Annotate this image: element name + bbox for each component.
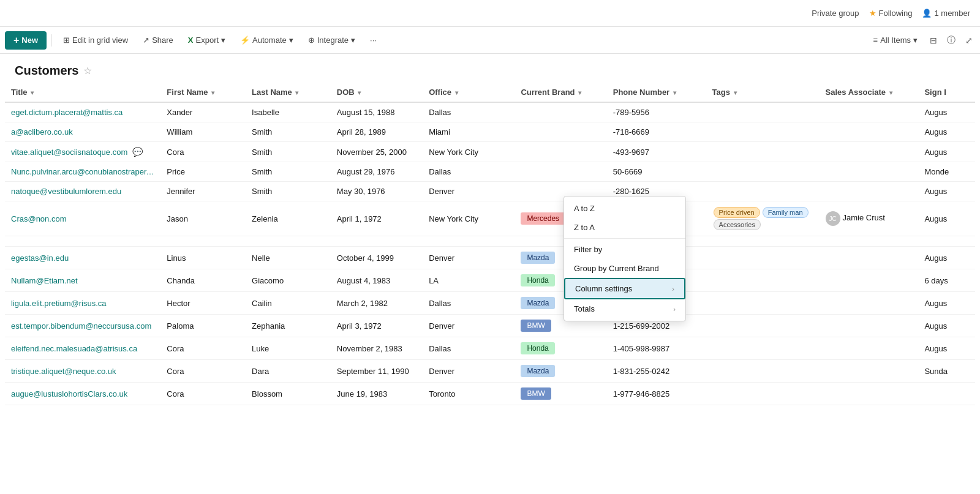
edit-grid-label: Edit in grid view: [72, 36, 128, 45]
customers-table: Title ▾ First Name ▾ Last Name ▾ DOB ▾ O…: [5, 83, 975, 405]
cell-tags: [706, 315, 820, 337]
cell-last-name: Zephania: [246, 315, 331, 337]
cell-title: [5, 236, 160, 247]
cell-brand: [514, 122, 606, 142]
col-header-sales-associate[interactable]: Sales Associate ▾: [820, 83, 919, 102]
dropdown-item-totals[interactable]: Totals ›: [564, 299, 685, 318]
cell-first-name: [160, 236, 246, 247]
cell-phone: -718-6669: [607, 122, 706, 142]
integrate-button[interactable]: ⊕ Integrate ▾: [302, 32, 361, 48]
table-row[interactable]: Nullam@Etiam.netChandaGiacomoAugust 4, 1…: [5, 269, 975, 292]
cell-dob: August 4, 1983: [331, 269, 423, 292]
table-row[interactable]: [5, 236, 975, 247]
cell-sales-associate: [820, 162, 919, 182]
filter-icon[interactable]: ⊟: [927, 33, 940, 48]
cell-first-name: Price: [160, 162, 246, 182]
col-header-current-brand[interactable]: Current Brand ▾: [514, 83, 606, 102]
private-group[interactable]: Private group: [812, 9, 859, 18]
cell-title: eleifend.nec.malesuada@atrisus.ca: [5, 337, 160, 360]
table-row[interactable]: eleifend.nec.malesuada@atrisus.caCoraLuk…: [5, 337, 975, 360]
export-chevron: ▾: [221, 36, 225, 45]
tag-badge: Price driven: [714, 207, 760, 218]
dropdown-item-a-to-z[interactable]: A to Z: [564, 199, 685, 218]
col-header-last-name[interactable]: Last Name ▾: [246, 83, 331, 102]
table-row[interactable]: Nunc.pulvinar.arcu@conubianostraper.eduP…: [5, 162, 975, 182]
col-header-tags[interactable]: Tags ▾: [706, 83, 820, 102]
grid-icon: ⊞: [63, 36, 70, 45]
cell-office: Denver: [423, 315, 514, 337]
table-row[interactable]: vitae.aliquet@sociisnatoque.com 💬CoraSmi…: [5, 142, 975, 162]
all-items-button[interactable]: ≡ All Items ▾: [869, 33, 922, 47]
table-row[interactable]: augue@lustuslohortisClars.co.ukCoraBloss…: [5, 383, 975, 405]
dropdown-label-totals: Totals: [574, 304, 595, 313]
col-header-first-name[interactable]: First Name ▾: [160, 83, 246, 102]
dropdown-item-column-settings[interactable]: Column settings ›: [564, 278, 685, 299]
cell-office: Denver: [423, 247, 514, 269]
cell-title: Nullam@Etiam.net: [5, 269, 160, 292]
col-header-office[interactable]: Office ▾: [423, 83, 514, 102]
table-row[interactable]: ligula.elit.pretium@risus.caHectorCailin…: [5, 292, 975, 315]
cell-first-name: Cora: [160, 142, 246, 162]
cell-first-name: Paloma: [160, 315, 246, 337]
automate-button[interactable]: ⚡ Automate ▾: [234, 32, 300, 48]
info-icon[interactable]: ⓘ: [944, 32, 958, 48]
table-row[interactable]: natoque@vestibulumlorem.eduJenniferSmith…: [5, 182, 975, 201]
cell-tags: [706, 102, 820, 122]
toolbar: + New ⊞ Edit in grid view ↗ Share X Expo…: [0, 27, 980, 54]
cell-tags: [706, 162, 820, 182]
edit-grid-button[interactable]: ⊞ Edit in grid view: [57, 32, 134, 48]
cell-sign: Augus: [918, 102, 975, 122]
new-button[interactable]: + New: [5, 31, 47, 50]
table-row[interactable]: a@aclibero.co.ukWilliamSmithApril 28, 19…: [5, 122, 975, 142]
dropdown-item-filter-by[interactable]: Filter by: [564, 240, 685, 259]
col-header-phone-number[interactable]: Phone Number ▾: [607, 83, 706, 102]
cell-title: a@aclibero.co.uk: [5, 122, 160, 142]
following-button[interactable]: ★ Following: [869, 9, 913, 18]
dropdown-label-column-settings: Column settings: [575, 284, 632, 293]
sort-icon-brand: ▾: [578, 89, 581, 96]
col-header-sign[interactable]: Sign I: [918, 83, 975, 102]
dropdown-item-group-by[interactable]: Group by Current Brand: [564, 259, 685, 278]
cell-dob: April 3, 1972: [331, 315, 423, 337]
share-button[interactable]: ↗ Share: [137, 32, 179, 48]
expand-icon[interactable]: ⤢: [963, 33, 975, 48]
cell-sign: Augus: [918, 337, 975, 360]
tag-badge: Family man: [763, 207, 809, 218]
cell-title: natoque@vestibulumlorem.edu: [5, 182, 160, 201]
integrate-label: Integrate: [317, 36, 349, 45]
chat-icon[interactable]: 💬: [130, 147, 143, 157]
cell-office: New York City: [423, 201, 514, 236]
export-label: Export: [196, 36, 219, 45]
member-count[interactable]: 👤 1 member: [922, 9, 970, 18]
automate-chevron: ▾: [289, 36, 293, 45]
table-row[interactable]: est.tempor.bibendum@neccursusa.comPaloma…: [5, 315, 975, 337]
cell-first-name: Linus: [160, 247, 246, 269]
cell-sign: [918, 383, 975, 405]
table-row[interactable]: Cras@non.comJasonZeleniaApril 1, 1972New…: [5, 201, 975, 236]
private-group-label: Private group: [812, 9, 859, 18]
favorite-icon[interactable]: ☆: [83, 65, 92, 77]
cell-last-name: [246, 236, 331, 247]
chevron-right-icon-settings: ›: [672, 285, 674, 293]
dropdown-item-z-to-a[interactable]: Z to A: [564, 218, 685, 237]
cell-dob: April 28, 1989: [331, 122, 423, 142]
cell-brand: [514, 102, 606, 122]
cell-sales-associate: [820, 122, 919, 142]
cell-last-name: Smith: [246, 142, 331, 162]
cell-last-name: Nelle: [246, 247, 331, 269]
table-row[interactable]: egestas@in.eduLinusNelleOctober 4, 1999D…: [5, 247, 975, 269]
table-row[interactable]: eget.dictum.placerat@mattis.caXanderIsab…: [5, 102, 975, 122]
more-button[interactable]: ···: [364, 32, 383, 48]
cell-title: egestas@in.edu: [5, 247, 160, 269]
table-row[interactable]: tristique.aliquet@neque.co.ukCoraDaraSep…: [5, 360, 975, 383]
sort-icon-lname: ▾: [295, 89, 298, 96]
col-header-dob[interactable]: DOB ▾: [331, 83, 423, 102]
cell-sign: Monde: [918, 162, 975, 182]
brand-badge: Mazda: [521, 297, 555, 309]
cell-first-name: William: [160, 122, 246, 142]
cell-sign: Augus: [918, 201, 975, 236]
page-title: Customers: [15, 64, 78, 78]
col-header-title[interactable]: Title ▾: [5, 83, 160, 102]
export-button[interactable]: X Export ▾: [182, 32, 232, 48]
cell-office: Dallas: [423, 102, 514, 122]
